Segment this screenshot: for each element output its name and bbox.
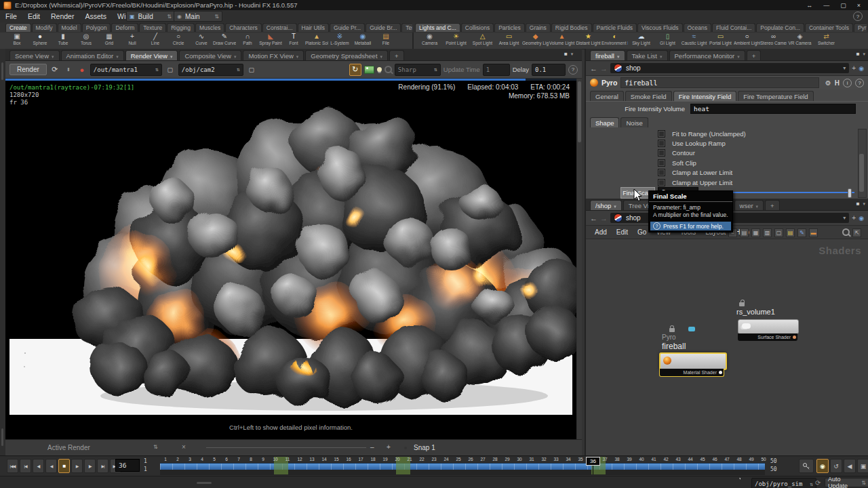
shelf-tool-gi-light[interactable]: ▯GI Light xyxy=(654,33,681,49)
frame-tick-17[interactable]: 17 xyxy=(355,457,367,462)
frame-tick-40[interactable]: 40 xyxy=(635,457,648,462)
recook-icon[interactable]: ⟳ xyxy=(815,479,821,487)
shelf-tool-environment-light[interactable]: ◐Environment Light xyxy=(601,33,628,49)
shelf-tab-muscles[interactable]: Muscles xyxy=(195,23,224,32)
frame-tick-8[interactable]: 8 xyxy=(245,457,257,462)
tab-menu-icon[interactable]: ▾ xyxy=(617,54,620,59)
snapshot-slider[interactable] xyxy=(206,447,366,448)
menu-file[interactable]: File xyxy=(0,12,22,21)
loop-toggle[interactable]: ↺ xyxy=(830,459,842,473)
window-close-button[interactable]: × xyxy=(857,2,861,9)
choose-rop-icon[interactable]: ▢ xyxy=(165,64,176,75)
rop-spinner-icon[interactable]: ⇅ xyxy=(151,66,159,73)
frame-tick-21[interactable]: 21 xyxy=(403,457,416,462)
frame-tick-45[interactable]: 45 xyxy=(696,457,709,462)
stop-button[interactable]: ■ xyxy=(58,459,70,473)
tab-menu-icon[interactable]: ▾ xyxy=(380,54,383,59)
close-render-icon[interactable]: × xyxy=(182,443,186,451)
tab-menu-icon[interactable]: ▾ xyxy=(737,54,740,59)
params-tab-fireball[interactable]: fireball▾ xyxy=(590,50,625,60)
window-pin-icon[interactable]: ↔ xyxy=(806,2,812,9)
pin-icon[interactable]: + xyxy=(852,214,856,222)
render-list-selector[interactable]: Active Render xyxy=(47,444,90,451)
params-path-field[interactable]: shop ▾ xyxy=(610,63,849,73)
frame-tick-32[interactable]: 32 xyxy=(538,457,550,462)
shelf-tool-platonic-solids[interactable]: ▲Platonic Solids xyxy=(305,33,328,49)
shelf-tab-hair-utils[interactable]: Hair Utils xyxy=(298,23,329,32)
pane-menu-icon[interactable]: ▾ xyxy=(863,201,865,207)
current-frame-field[interactable]: 36 xyxy=(115,459,140,472)
checkbox-fit-to-range-unclamped[interactable] xyxy=(658,130,665,138)
shelf-tool-draw-curve[interactable]: ✎Draw Curve xyxy=(213,33,236,49)
output-dot[interactable] xyxy=(793,336,796,339)
frame-tick-9[interactable]: 9 xyxy=(257,457,269,462)
shelf-tool-box[interactable]: ▣Box xyxy=(5,33,28,49)
viewer-tab-geometry-spreadsheet[interactable]: Geometry Spreadsheet▾ xyxy=(305,50,388,60)
shelf-tab-rigging[interactable]: Rigging xyxy=(167,23,195,32)
frame-tick-7[interactable]: 7 xyxy=(233,457,245,462)
nav-forward-icon[interactable]: → xyxy=(600,64,608,73)
frame-tick-22[interactable]: 22 xyxy=(416,457,428,462)
shelf-tab-model[interactable]: Model xyxy=(58,23,81,32)
tab-menu-icon[interactable]: ▾ xyxy=(116,54,119,59)
shelf-tool-portal-light[interactable]: ▭Portal Light xyxy=(707,33,734,49)
shelf-tab-texture[interactable]: Texture xyxy=(139,23,166,32)
nav-back-icon[interactable]: ← xyxy=(590,214,597,222)
desktop-spinner-icon[interactable]: ⇅ xyxy=(167,14,172,20)
help-icon[interactable]: ? xyxy=(855,79,864,87)
network-pane-corner[interactable]: ■ ▾ xyxy=(856,201,865,207)
shelf-tool-camera[interactable]: ◉Camera xyxy=(416,33,443,49)
copy-icon[interactable]: ▢ xyxy=(774,228,783,237)
viewer-pane-corner[interactable]: ■ ▾ xyxy=(564,51,573,57)
auto-key-toggle[interactable]: ◉ xyxy=(816,459,829,473)
shelf-tool-area-light[interactable]: ▭Area Light xyxy=(496,33,522,49)
shelf-tab-characters[interactable]: Characters xyxy=(225,23,262,32)
shelf-tool-ambient-light[interactable]: ○Ambient Light xyxy=(734,33,760,49)
timeline-ruler[interactable]: 1234567891011121314151617181920212223242… xyxy=(160,457,765,475)
frame-tick-25[interactable]: 25 xyxy=(452,457,465,462)
shelf-tab-particles[interactable]: Particles xyxy=(494,23,525,32)
shelf-tab-create[interactable]: Create xyxy=(5,23,31,32)
thumb-view-icon[interactable]: ▥ xyxy=(763,228,772,237)
viewer-tab-animation-editor[interactable]: Animation Editor▾ xyxy=(61,50,124,60)
frame-tick-2[interactable]: 2 xyxy=(172,457,184,462)
viewer-tab-render-view[interactable]: Render View▾ xyxy=(125,50,178,60)
rop-selector[interactable]: /out/mantra1 ⇅ xyxy=(90,64,162,76)
add-tab-button[interactable]: + xyxy=(389,50,404,60)
houdini-engine-icon[interactable]: H xyxy=(835,79,840,87)
frame-tick-42[interactable]: 42 xyxy=(660,457,672,462)
range-start-sub[interactable]: 1 xyxy=(144,466,147,472)
prev-keyframe-button[interactable]: |◀ xyxy=(20,459,31,473)
path-dropdown-icon[interactable]: ▾ xyxy=(843,65,846,71)
frame-tick-1[interactable]: 1 xyxy=(159,457,172,462)
shelf-tool-geometry-light[interactable]: ◆Geometry Light xyxy=(522,33,549,49)
render-viewport[interactable]: /out/mantra1(raytrace)-07:19:32[1] 1280x… xyxy=(5,79,576,439)
node-rs-volume1[interactable] xyxy=(738,319,799,334)
frame-tick-48[interactable]: 48 xyxy=(733,457,745,462)
shelf-tab-particle-fluids[interactable]: Particle Fluids xyxy=(593,23,637,32)
params-pane-corner[interactable]: ■ ▾ xyxy=(856,51,865,57)
shelf-tool-stereo-camera[interactable]: ∞Stereo Camera xyxy=(760,33,787,49)
link-icon[interactable]: ◉ xyxy=(859,215,864,222)
frame-tick-11[interactable]: 11 xyxy=(281,457,294,462)
folder-tab-smoke-field[interactable]: Smoke Field xyxy=(625,91,672,101)
node-name-label[interactable]: rs_volume1 xyxy=(736,308,775,316)
context-selector[interactable]: /obj/pyro_sim ⇅ xyxy=(751,478,816,488)
shelf-tool-switcher[interactable]: ⇄Switcher xyxy=(813,33,840,49)
menu-assets[interactable]: Assets xyxy=(79,12,112,21)
window-maximize-button[interactable]: ▢ xyxy=(840,2,846,9)
palette-icon[interactable]: ▬ xyxy=(809,228,818,237)
shelf-tool-vr-camera[interactable]: ◈VR Camera xyxy=(787,33,813,49)
zoom-out-icon[interactable]: – xyxy=(370,443,374,451)
gear-icon[interactable]: ⚙ xyxy=(825,79,831,87)
update-mode-selector[interactable]: Auto Update ⇅ xyxy=(825,478,868,487)
shelf-tool-curve[interactable]: ∿Curve xyxy=(190,33,213,49)
shelf-tool-torus[interactable]: ◎Torus xyxy=(75,33,98,49)
folder-tab-general[interactable]: General xyxy=(590,91,624,101)
params-tab-performance-monitor[interactable]: Performance Monitor▾ xyxy=(669,50,745,60)
tab-menu-icon[interactable]: ▾ xyxy=(756,204,759,209)
pane-split-icon[interactable]: ■ xyxy=(856,201,860,207)
frame-tick-37[interactable]: 37 xyxy=(599,457,611,462)
range-end[interactable]: 50 xyxy=(770,458,777,464)
network-menu-edit[interactable]: Edit xyxy=(612,228,633,237)
